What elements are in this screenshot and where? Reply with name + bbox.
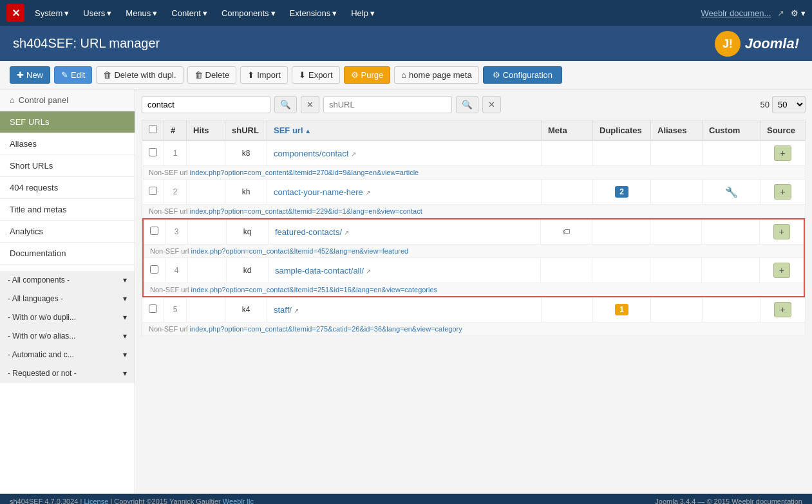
non-sef-row: Non-SEF url index.php?option=com_contact… xyxy=(143,245,804,258)
row-checkbox[interactable] xyxy=(150,227,158,235)
row-number: 1 xyxy=(164,140,187,166)
row-checkbox-cell[interactable] xyxy=(143,219,165,245)
sidebar-item-analytics[interactable]: Analytics xyxy=(0,221,135,243)
row-checkbox[interactable] xyxy=(150,265,158,274)
user-link[interactable]: Weeblr documen... xyxy=(701,8,771,18)
sidebar-dropdown-automatic[interactable]: - Automatic and c... ▾ xyxy=(0,346,135,364)
home-page-meta-button[interactable]: ⌂ home page meta xyxy=(394,66,478,84)
company-link[interactable]: Weeblr llc xyxy=(223,498,254,504)
meta-cell xyxy=(542,180,593,205)
edit-button[interactable]: ✎ Edit xyxy=(54,66,92,84)
duplicates-badge[interactable]: 2 xyxy=(615,186,628,198)
select-all-checkbox[interactable] xyxy=(149,125,157,133)
sidebar-dropdown-languages[interactable]: - All languages - ▾ xyxy=(0,290,135,308)
delete-with-dupl-button[interactable]: 🗑 Delete with dupl. xyxy=(96,66,183,84)
source-cell[interactable]: + xyxy=(759,258,804,283)
sidebar-item-title-metas[interactable]: Title and metas xyxy=(0,199,135,221)
add-custom-button[interactable]: + xyxy=(773,224,790,239)
add-custom-button[interactable]: + xyxy=(774,302,791,317)
per-page-select[interactable]: 50 25 100 xyxy=(772,96,806,113)
sidebar-item-404-requests[interactable]: 404 requests xyxy=(0,177,135,199)
row-checkbox-cell[interactable] xyxy=(142,180,164,205)
sef-url-link[interactable]: components/contact xyxy=(274,149,348,158)
custom-cell[interactable]: 🔧 xyxy=(703,180,760,205)
row-checkbox-cell[interactable] xyxy=(143,258,165,283)
row-checkbox[interactable] xyxy=(149,304,157,313)
new-button[interactable]: ✚ New xyxy=(10,66,50,84)
sef-url-cell[interactable]: staff/ ↗ xyxy=(267,297,542,322)
sidebar-item-sef-urls[interactable]: SEF URLs xyxy=(0,111,135,133)
sidebar-item-documentation[interactable]: Documentation xyxy=(0,243,135,265)
configuration-button[interactable]: ⚙ Configuration xyxy=(483,66,562,84)
table-header-row: # Hits shURL SEF url Meta Duplicates Ali… xyxy=(142,120,806,141)
search-icon: 🔍 xyxy=(462,100,473,109)
sidebar-dropdown-components[interactable]: - All components - ▾ xyxy=(0,271,135,290)
sidebar-item-short-urls[interactable]: Short URLs xyxy=(0,155,135,177)
sef-url-link[interactable]: featured-contacts/ xyxy=(275,227,342,237)
joomla-brand-icon[interactable]: ✕ xyxy=(6,4,24,22)
source-header: Source xyxy=(760,120,806,141)
add-custom-button[interactable]: + xyxy=(774,145,791,161)
source-cell[interactable]: + xyxy=(760,180,806,205)
delete-button[interactable]: 🗑 Delete xyxy=(187,66,237,84)
menu-components[interactable]: Components ▾ xyxy=(215,5,282,22)
search-button-left[interactable]: 🔍 xyxy=(274,96,297,113)
row-checkbox-cell[interactable] xyxy=(142,140,164,166)
non-sef-url-link[interactable]: index.php?option=com_contact&Itemid=251&… xyxy=(191,286,438,294)
source-cell[interactable]: + xyxy=(759,219,804,245)
sef-url-cell[interactable]: featured-contacts/ ↗ xyxy=(269,219,541,245)
joomla-logo: J! Joomla! xyxy=(714,30,799,57)
menu-users[interactable]: Users ▾ xyxy=(77,5,118,22)
clear-search-button-left[interactable]: ✕ xyxy=(301,96,319,113)
sef-url-cell[interactable]: contact-your-name-here ↗ xyxy=(267,180,542,205)
row-checkbox[interactable] xyxy=(149,148,157,156)
import-button[interactable]: ⬆ Import xyxy=(240,66,288,84)
menu-menus[interactable]: Menus ▾ xyxy=(119,5,164,22)
sidebar: ⌂ Control panel SEF URLs Aliases Short U… xyxy=(0,89,135,494)
home-icon: ⌂ xyxy=(10,95,15,105)
non-sef-url-link[interactable]: index.php?option=com_contact&Itemid=229&… xyxy=(190,207,422,215)
shurl-search-input[interactable] xyxy=(323,96,452,113)
menu-content[interactable]: Content ▾ xyxy=(165,5,214,22)
sef-url-link[interactable]: staff/ xyxy=(274,305,292,315)
non-sef-url-link[interactable]: index.php?option=com_content&Itemid=270&… xyxy=(190,169,419,176)
source-cell[interactable]: + xyxy=(760,140,806,166)
export-button[interactable]: ⬇ Export xyxy=(292,66,340,84)
row-checkbox-cell[interactable] xyxy=(142,297,164,322)
sef-url-link[interactable]: sample-data-contact/all/ xyxy=(275,266,364,275)
sidebar-dropdown-duplicates[interactable]: - With or w/o dupli... ▾ xyxy=(0,308,135,327)
meta-cell: 🏷 xyxy=(540,219,592,245)
menu-extensions[interactable]: Extensions ▾ xyxy=(283,5,344,22)
sef-url-link[interactable]: contact-your-name-here xyxy=(274,187,363,197)
search-input[interactable] xyxy=(142,96,270,113)
select-all-header[interactable] xyxy=(142,120,164,141)
settings-icon[interactable]: ⚙ ▾ xyxy=(791,8,806,18)
sef-url-cell[interactable]: components/contact ↗ xyxy=(267,140,542,166)
sidebar-item-aliases[interactable]: Aliases xyxy=(0,133,135,155)
chevron-down-icon: ▾ xyxy=(203,8,207,18)
sidebar-dropdown-aliases[interactable]: - With or w/o alias... ▾ xyxy=(0,327,135,346)
purge-button[interactable]: ⚙ Purge xyxy=(344,66,391,84)
sef-url-header[interactable]: SEF url xyxy=(267,120,542,141)
chevron-down-icon: ▾ xyxy=(64,8,69,18)
edit-icon: ✎ xyxy=(61,70,68,80)
clear-search-button-right[interactable]: ✕ xyxy=(482,96,501,113)
non-sef-url-link[interactable]: index.php?option=com_contact&Itemid=452&… xyxy=(191,247,409,255)
add-custom-button[interactable]: + xyxy=(774,184,791,200)
svg-text:J!: J! xyxy=(722,37,733,50)
duplicates-cell: 1 xyxy=(593,297,651,322)
license-link[interactable]: License xyxy=(84,498,108,504)
row-checkbox[interactable] xyxy=(149,187,157,195)
duplicates-badge[interactable]: 1 xyxy=(615,304,628,315)
menu-help[interactable]: Help ▾ xyxy=(345,5,381,22)
menu-system[interactable]: System ▾ xyxy=(28,5,75,22)
wrench-icon[interactable]: 🔧 xyxy=(725,187,738,198)
add-custom-button[interactable]: + xyxy=(773,263,790,278)
sidebar-dropdown-requested[interactable]: - Requested or not - ▾ xyxy=(0,364,135,383)
source-cell[interactable]: + xyxy=(760,297,806,322)
chevron-down-icon: ▾ xyxy=(332,8,337,18)
sef-url-cell[interactable]: sample-data-contact/all/ ↗ xyxy=(269,258,541,283)
non-sef-url-link[interactable]: index.php?option=com_contact&Itemid=275&… xyxy=(190,325,462,333)
search-button-right[interactable]: 🔍 xyxy=(456,96,478,113)
sidebar-item-control-panel[interactable]: ⌂ Control panel xyxy=(0,89,135,111)
